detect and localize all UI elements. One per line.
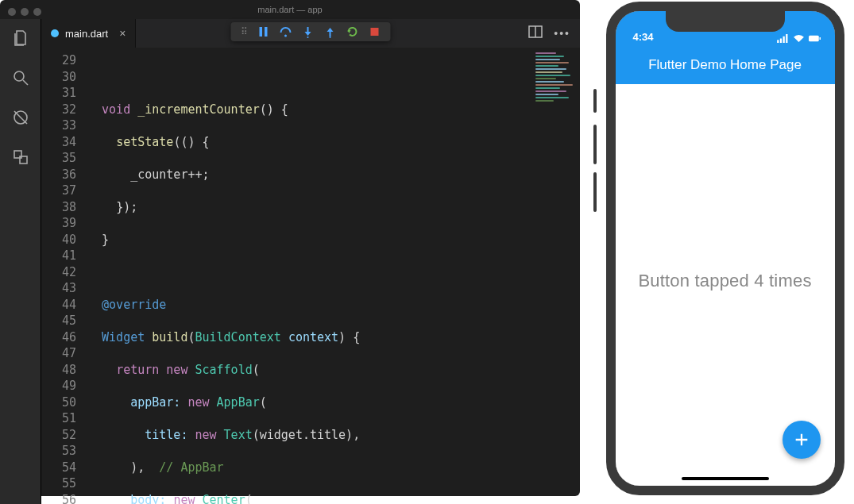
- minimap[interactable]: [532, 48, 580, 143]
- code-editor: main.dart — app: [0, 0, 580, 496]
- phone-notch: [666, 11, 785, 32]
- wifi-icon: [793, 34, 805, 43]
- app-title: Flutter Demo Home Page: [648, 57, 802, 73]
- drag-handle-icon[interactable]: ⠿: [241, 26, 248, 37]
- counter-text: Button tapped 4 times: [616, 271, 835, 291]
- more-icon[interactable]: •••: [554, 27, 570, 40]
- dart-file-icon: [51, 29, 59, 37]
- app-bar: Flutter Demo Home Page: [616, 46, 835, 84]
- svg-point-15: [330, 37, 331, 38]
- tab-main-dart[interactable]: main.dart ×: [41, 19, 136, 48]
- svg-marker-11: [305, 32, 311, 36]
- pause-icon[interactable]: [257, 25, 270, 38]
- svg-point-0: [14, 71, 24, 81]
- svg-marker-14: [327, 28, 334, 32]
- phone-mute-switch[interactable]: [593, 89, 597, 113]
- svg-rect-24: [809, 36, 819, 42]
- floating-action-button[interactable]: [783, 421, 821, 459]
- split-editor-icon[interactable]: [528, 25, 543, 42]
- svg-rect-25: [819, 37, 821, 40]
- line-gutter: 2930 3132 3334 3536 3738 3940 4142 4344 …: [41, 48, 87, 504]
- step-into-icon[interactable]: [302, 25, 315, 38]
- svg-point-12: [307, 37, 309, 38]
- search-icon[interactable]: [11, 68, 30, 90]
- debug-toolbar[interactable]: ⠿: [231, 22, 391, 41]
- phone-volume-up[interactable]: [593, 125, 597, 164]
- code-area[interactable]: 2930 3132 3334 3536 3738 3940 4142 4344 …: [41, 48, 580, 504]
- files-icon[interactable]: [11, 29, 30, 51]
- stop-icon[interactable]: [369, 25, 381, 38]
- svg-rect-23: [786, 34, 787, 43]
- code-content[interactable]: void _incrementCounter() { setState(() {…: [87, 48, 580, 504]
- phone-simulator: 4:34 Flutter Demo Home Page Button tappe…: [606, 2, 844, 495]
- battery-icon: [809, 34, 821, 43]
- activity-bar: [0, 19, 41, 504]
- svg-line-1: [23, 80, 28, 85]
- svg-rect-7: [260, 27, 263, 37]
- restart-icon[interactable]: [346, 25, 359, 38]
- phone-volume-down[interactable]: [593, 172, 597, 212]
- debug-icon[interactable]: [11, 108, 30, 130]
- svg-rect-8: [265, 27, 268, 37]
- home-indicator[interactable]: [682, 477, 769, 480]
- svg-point-9: [284, 35, 287, 37]
- extensions-icon[interactable]: [11, 148, 30, 170]
- svg-rect-20: [777, 40, 779, 43]
- step-out-icon[interactable]: [324, 25, 337, 38]
- tab-filename: main.dart: [65, 28, 108, 40]
- app-body: Button tapped 4 times: [616, 84, 835, 486]
- signal-icon: [777, 34, 789, 43]
- svg-rect-22: [783, 37, 784, 43]
- step-over-icon[interactable]: [280, 25, 292, 38]
- tab-bar: main.dart × ⠿: [41, 19, 580, 48]
- window-title: main.dart — app: [0, 5, 580, 14]
- plus-icon: [793, 431, 810, 448]
- status-time: 4:34: [633, 31, 654, 43]
- close-icon[interactable]: ×: [119, 27, 126, 40]
- svg-rect-21: [779, 39, 781, 44]
- svg-rect-17: [371, 28, 379, 36]
